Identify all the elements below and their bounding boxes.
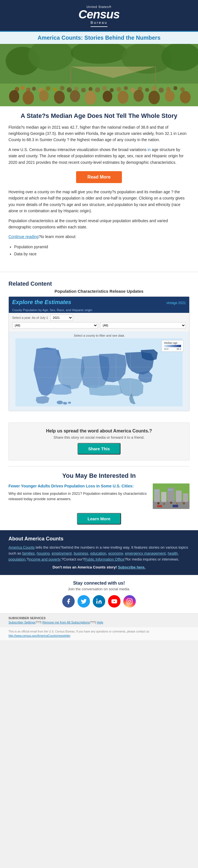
svg-point-32 xyxy=(9,90,19,102)
interested-card: Fewer Younger Adults Drives Population L… xyxy=(8,484,190,509)
families-link[interactable]: families xyxy=(22,551,35,555)
svg-rect-68 xyxy=(168,489,170,491)
subscriber-links: Subscriber Settings???| Remove me from A… xyxy=(8,621,190,624)
map-legend-low: 22.5 xyxy=(164,348,168,350)
about-section: About America Counts America Counts tell… xyxy=(0,530,198,575)
svg-point-30 xyxy=(173,86,177,90)
map-county-select[interactable]: (All) xyxy=(100,322,186,329)
subscriber-title: SUBSCRIBER SERVICES xyxy=(8,616,190,620)
article-para-3: Hovering over a county on the map will g… xyxy=(8,189,190,214)
list-item-0: Population pyramid xyxy=(14,243,190,250)
svg-point-20 xyxy=(103,86,107,91)
interested-card-title: Fewer Younger Adults Drives Population L… xyxy=(8,484,149,489)
section-banner-title: America Counts: Stories Behind the Numbe… xyxy=(6,35,192,41)
svg-point-74 xyxy=(183,502,185,504)
svg-point-10 xyxy=(32,87,36,91)
svg-point-37 xyxy=(85,91,96,105)
instagram-icon[interactable] xyxy=(123,595,136,608)
article-para-2: A new U.S. Census Bureau interactive vis… xyxy=(8,147,190,165)
header-underline xyxy=(90,26,108,27)
svg-point-71 xyxy=(163,503,165,505)
read-more-button[interactable]: Read More xyxy=(76,171,122,183)
svg-point-33 xyxy=(23,91,34,104)
social-icons-row xyxy=(8,595,190,608)
share-this-button[interactable]: Share This xyxy=(78,443,121,455)
twitter-icon[interactable] xyxy=(78,595,90,608)
interested-card-text: Fewer Younger Adults Drives Population L… xyxy=(8,484,149,509)
svg-point-39 xyxy=(118,91,128,104)
svg-point-77 xyxy=(96,599,97,600)
hero-image xyxy=(0,44,198,106)
svg-rect-67 xyxy=(155,493,156,494)
map-legend: Median age 22.5 68.3 xyxy=(161,340,184,352)
income-link[interactable]: income and poverty xyxy=(29,557,61,561)
interested-card-image-inner xyxy=(153,484,190,509)
interested-card-image xyxy=(153,484,190,509)
hero-image-inner xyxy=(0,44,198,106)
divider-2 xyxy=(8,466,190,466)
america-counts-link[interactable]: America Counts xyxy=(8,545,35,550)
learn-more-button[interactable]: Learn More xyxy=(77,513,121,525)
subscribe-link[interactable]: Subscribe here. xyxy=(118,565,146,569)
learn-more-container[interactable]: Learn More xyxy=(8,513,190,525)
svg-point-28 xyxy=(159,88,164,93)
continue-reading-link[interactable]: Continue reading xyxy=(8,235,39,239)
svg-rect-79 xyxy=(127,599,132,604)
facebook-icon[interactable] xyxy=(62,595,75,608)
svg-point-72 xyxy=(170,502,172,504)
map-filter-label: Select a county to filter and see data xyxy=(11,334,187,337)
header-census: Census xyxy=(6,8,192,21)
map-viz-header: Explore the Estimates vintage 2021 xyxy=(9,297,189,308)
svg-point-16 xyxy=(74,87,78,91)
legal-link[interactable]: http://www.census.gov/AmericaCounts/news… xyxy=(8,634,71,637)
about-title: About America Counts xyxy=(8,536,190,542)
main-content: A State?s Median Age Does Not Tell The W… xyxy=(0,106,198,266)
svg-point-21 xyxy=(110,88,114,92)
subscriber-settings-link[interactable]: Subscriber Settings xyxy=(8,621,35,624)
svg-point-19 xyxy=(95,87,100,92)
legal-text: This is an official email from the U.S. … xyxy=(8,629,190,638)
social-footer: Stay connected with us! Join the convers… xyxy=(0,575,198,613)
map-legend-title: Median age xyxy=(164,341,181,344)
svg-point-38 xyxy=(103,91,112,102)
map-state-select[interactable]: (All) xyxy=(12,322,98,329)
social-share-section: Help us spread the word about America Co… xyxy=(8,423,190,461)
emergency-link[interactable]: emergency management xyxy=(125,551,166,555)
map-year-select[interactable]: 2021 xyxy=(50,315,73,321)
svg-rect-61 xyxy=(161,492,166,502)
svg-point-40 xyxy=(133,90,144,102)
social-share-wrapper: Help us spread the word about America Co… xyxy=(0,423,198,466)
continue-reading-line: Continue reading?to learn more about: xyxy=(8,234,190,240)
city-svg xyxy=(153,484,190,509)
pio-link[interactable]: Public Information Office xyxy=(85,557,124,561)
population-link[interactable]: population xyxy=(8,557,26,561)
map-legend-labels: 22.5 68.3 xyxy=(164,348,181,350)
map-state-county-row: (All) (All) xyxy=(12,322,186,329)
linkedin-icon[interactable] xyxy=(93,595,105,608)
map-year-label: Select a year: As of July 1 xyxy=(12,316,48,319)
svg-point-50 xyxy=(68,402,71,404)
svg-rect-64 xyxy=(183,493,188,502)
help-link[interactable]: Help xyxy=(97,621,103,624)
article-title: A State?s Median Age Does Not Tell The W… xyxy=(8,112,190,120)
remove-subscriptions-link[interactable]: Remove me from All Subscriptions xyxy=(42,621,90,624)
svg-rect-65 xyxy=(155,491,156,492)
svg-point-34 xyxy=(39,90,49,101)
svg-rect-66 xyxy=(157,491,158,492)
cta-container[interactable]: Read More xyxy=(8,171,190,183)
youtube-icon[interactable] xyxy=(108,595,120,608)
header: United States® Census Bureau xyxy=(0,0,198,31)
business-link[interactable]: business xyxy=(74,551,88,555)
svg-point-14 xyxy=(60,86,65,90)
employment-link[interactable]: employment xyxy=(52,551,72,555)
education-link[interactable]: education xyxy=(90,551,106,555)
social-share-title: Help us spread the word about America Co… xyxy=(17,429,181,434)
map-viz-subtitle: County Population by Age, Sex, Race, and… xyxy=(9,308,189,313)
social-footer-title: Stay connected with us! xyxy=(8,581,190,586)
us-map-svg xyxy=(11,338,187,406)
svg-rect-75 xyxy=(157,505,162,507)
housing-link[interactable]: housing xyxy=(37,551,50,555)
economy-link[interactable]: economy xyxy=(108,551,123,555)
svg-point-13 xyxy=(53,88,57,92)
health-link[interactable]: health xyxy=(168,551,177,555)
